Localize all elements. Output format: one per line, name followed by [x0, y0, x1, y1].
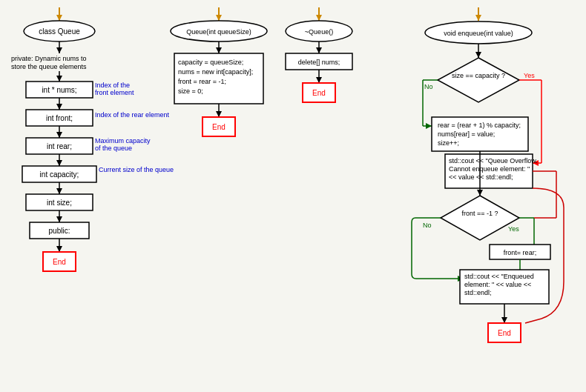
- svg-marker-9: [56, 104, 62, 110]
- annotation-nums: Index of the: [95, 82, 130, 89]
- constructor-body3: front = rear = -1;: [178, 78, 226, 85]
- int-size-label: int size;: [47, 199, 72, 207]
- diagram-container: class Queue private: Dynamic nums to sto…: [0, 0, 586, 392]
- yes-label-1: Yes: [524, 72, 535, 79]
- annotation-capacity: Current size of the queue: [99, 166, 174, 173]
- int-front-label: int front;: [46, 114, 73, 122]
- rear-calc-1: rear = (rear + 1) % capacity;: [438, 122, 521, 129]
- end-label-3: End: [312, 89, 326, 97]
- svg-marker-61: [477, 190, 483, 196]
- decision2-label: front == -1 ?: [461, 210, 498, 217]
- delete-label: delete[] nums;: [298, 59, 340, 66]
- svg-marker-18: [56, 188, 62, 194]
- rear-calc-3: size++;: [438, 139, 459, 147]
- int-rear-label: int rear;: [47, 142, 72, 150]
- rear-calc-2: nums[rear] = value;: [438, 130, 495, 138]
- end-label-2: End: [212, 123, 225, 131]
- destructor-label: ~Queue(): [305, 28, 333, 36]
- svg-marker-74: [501, 317, 507, 323]
- svg-marker-53: [426, 123, 432, 129]
- int-nums-label: int * nums;: [42, 86, 76, 94]
- overflow-1: std::cout << "Queue Overflow.: [449, 157, 538, 165]
- enqueued-1: std::cout << "Enqueued: [464, 273, 534, 280]
- annotation-rear: Maximum capacity: [95, 137, 151, 144]
- annotation-nums2: front element: [95, 89, 134, 96]
- no-label-2: No: [423, 222, 432, 229]
- front-rear-label: front= rear;: [504, 249, 536, 256]
- svg-marker-24: [56, 246, 62, 252]
- private-label: private: Dynamic nums to: [11, 55, 87, 62]
- svg-marker-15: [56, 160, 62, 166]
- decision1-label: size == capacity ?: [452, 72, 505, 79]
- svg-marker-4: [56, 47, 62, 53]
- svg-marker-1: [56, 15, 62, 21]
- annotation-rear2: of the queue: [95, 144, 132, 152]
- constructor-body2: nums = new int[capacity];: [178, 68, 253, 76]
- private-label2: store the queue elements: [11, 63, 87, 70]
- enqueued-2: element: " << value <<: [464, 281, 531, 288]
- svg-marker-27: [216, 15, 222, 21]
- end-label-4: End: [498, 329, 511, 337]
- svg-marker-30: [216, 47, 222, 53]
- int-capacity-label: int capacity;: [40, 170, 79, 179]
- enqueue-label: void enqueue(int value): [444, 30, 513, 37]
- constructor-body4: size = 0;: [178, 87, 203, 95]
- yes-label-2: Yes: [508, 225, 519, 233]
- svg-marker-6: [56, 76, 62, 82]
- svg-marker-33: [216, 111, 222, 117]
- overflow-3: << value << std::endl;: [449, 173, 513, 181]
- svg-marker-62: [441, 196, 519, 240]
- svg-marker-42: [316, 77, 322, 83]
- enqueued-3: std::endl;: [464, 289, 492, 296]
- svg-marker-48: [475, 52, 481, 58]
- end-label-1: End: [53, 258, 66, 266]
- svg-marker-36: [316, 15, 322, 21]
- flowchart-svg: class Queue private: Dynamic nums to sto…: [0, 0, 586, 392]
- svg-marker-45: [475, 15, 481, 21]
- svg-marker-21: [56, 216, 62, 222]
- svg-marker-12: [56, 132, 62, 138]
- constructor-body1: capacity = queueSize;: [178, 59, 243, 66]
- overflow-2: Cannot enqueue element: ": [449, 165, 530, 173]
- constructor-label: Queue(int queueSize): [186, 28, 251, 36]
- svg-marker-49: [438, 58, 519, 102]
- class-queue-label: class Queue: [39, 27, 80, 36]
- public-label: public:: [49, 227, 70, 235]
- annotation-front: Index of the rear element: [95, 111, 170, 119]
- svg-marker-39: [316, 47, 322, 53]
- no-label-1: No: [424, 83, 433, 90]
